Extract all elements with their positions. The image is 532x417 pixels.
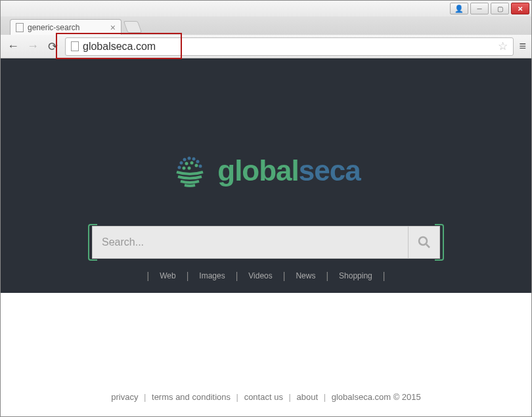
svg-point-7 [195, 164, 198, 167]
footer-separator: | [289, 392, 291, 402]
bookmark-star-icon[interactable]: ☆ [498, 39, 508, 53]
browser-tab[interactable]: generic-search × [10, 19, 122, 35]
svg-line-13 [426, 244, 430, 248]
search-input[interactable] [93, 227, 408, 258]
page-content: globalseca | Web | Images | Vide [1, 58, 531, 416]
svg-point-12 [419, 237, 427, 245]
bracket-left-icon [88, 224, 97, 261]
svg-point-0 [183, 158, 187, 162]
window-user-button[interactable]: 👤 [450, 3, 468, 14]
nav-link-videos[interactable]: Videos [238, 271, 282, 280]
svg-point-11 [188, 167, 191, 170]
footer-separator: | [144, 392, 146, 402]
new-tab-button[interactable] [123, 21, 143, 33]
window-minimize-button[interactable]: ─ [470, 3, 489, 14]
address-input[interactable] [83, 41, 494, 53]
back-button[interactable]: ← [6, 39, 20, 53]
svg-point-2 [192, 158, 196, 161]
svg-point-10 [183, 167, 186, 170]
svg-point-6 [190, 162, 194, 165]
search-box [92, 226, 440, 259]
close-icon: ✕ [518, 5, 523, 12]
nav-link-news[interactable]: News [285, 271, 326, 280]
globe-icon [171, 152, 208, 189]
search-container [92, 226, 440, 259]
user-icon: 👤 [454, 5, 464, 13]
browser-toolbar: ← → ⟳ ☆ ≡ [1, 35, 531, 58]
svg-point-3 [196, 160, 200, 164]
footer-links: privacy | terms and conditions | contact… [111, 392, 421, 402]
window-close-button[interactable]: ✕ [511, 3, 529, 14]
nav-link-shopping[interactable]: Shopping [328, 271, 383, 280]
svg-point-8 [199, 165, 202, 168]
bracket-right-icon [435, 224, 444, 261]
browser-tabstrip: generic-search × [1, 16, 531, 35]
page-footer: privacy | terms and conditions | contact… [1, 293, 531, 416]
footer-link-privacy[interactable]: privacy [111, 392, 138, 402]
hero-section: globalseca | Web | Images | Vide [1, 58, 531, 293]
minimize-icon: ─ [477, 5, 481, 12]
tab-title: generic-search [28, 23, 79, 32]
footer-link-about[interactable]: about [297, 392, 319, 402]
svg-point-5 [185, 162, 188, 165]
window-titlebar: 👤 ─ ▢ ✕ [1, 1, 531, 16]
logo-text: globalseca [217, 154, 360, 187]
search-category-nav: | Web | Images | Videos | News | Shoppin… [147, 271, 386, 281]
tab-close-button[interactable]: × [110, 22, 116, 33]
svg-point-4 [180, 162, 183, 165]
address-bar[interactable]: ☆ [65, 37, 514, 56]
footer-copyright: globalseca.com © 2015 [332, 392, 421, 402]
file-icon [16, 23, 24, 32]
page-icon [71, 41, 79, 51]
nav-link-images[interactable]: Images [188, 271, 235, 280]
reload-button[interactable]: ⟳ [45, 39, 60, 54]
footer-separator: | [324, 392, 326, 402]
svg-point-1 [188, 157, 191, 160]
search-icon [418, 236, 431, 249]
window-maximize-button[interactable]: ▢ [491, 3, 509, 14]
site-logo: globalseca [171, 152, 360, 189]
browser-menu-button[interactable]: ≡ [519, 39, 526, 53]
nav-link-web[interactable]: Web [149, 271, 186, 280]
footer-link-terms[interactable]: terms and conditions [152, 392, 231, 402]
footer-separator: | [236, 392, 238, 402]
footer-link-contact[interactable]: contact us [244, 392, 283, 402]
forward-button[interactable]: → [26, 39, 40, 53]
nav-separator: | [383, 271, 386, 281]
maximize-icon: ▢ [497, 5, 503, 12]
logo-part-1: global [217, 154, 299, 187]
logo-part-2: seca [299, 154, 361, 187]
svg-point-9 [178, 166, 181, 169]
